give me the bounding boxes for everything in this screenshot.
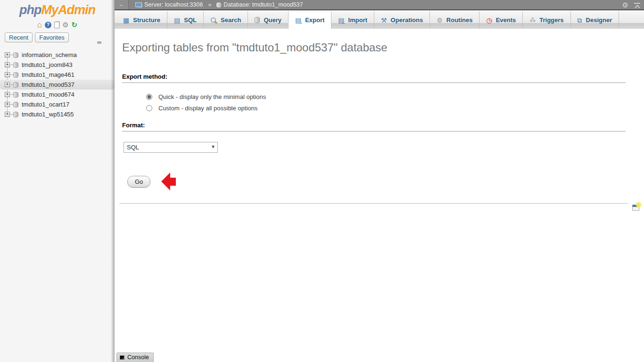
structure-icon (123, 17, 129, 24)
triggers-icon (529, 17, 536, 23)
database-name[interactable]: tmdtuto1_mage461 (22, 71, 74, 78)
expand-icon[interactable]: + (5, 52, 10, 58)
tree-row-ocart17[interactable]: + tmdtuto1_ocart17 (0, 99, 115, 109)
database-name[interactable]: information_schema (22, 51, 77, 58)
tab-label: Search (221, 16, 241, 24)
tree-row-mood537-selected[interactable]: + tmdtuto1_mood537 (0, 80, 115, 90)
tree-row-joom843[interactable]: + tmdtuto1_joom843 (0, 60, 115, 70)
breadcrumb-separator: » (208, 1, 211, 8)
tab-query[interactable]: Query (248, 11, 289, 29)
tree-connector (10, 65, 13, 65)
documentation-icon[interactable] (54, 22, 59, 28)
go-button[interactable]: Go (127, 176, 150, 188)
tree-connector (10, 114, 13, 115)
tree-row-wp51455[interactable]: + tmdtuto1_wp51455 (0, 109, 115, 119)
console-label: Console (127, 354, 149, 361)
tree-row-mood674[interactable]: + tmdtuto1_mood674 (0, 90, 115, 99)
tree-row-mage461[interactable]: + tmdtuto1_mage461 (0, 70, 115, 80)
server-breadcrumb-bar: ← Server: localhost:3306 » Database: tmd… (115, 0, 644, 10)
database-tree: + information_schema + tmdtuto1_joom843 … (0, 50, 115, 119)
export-method-section: Export method: Quick - display only the … (122, 73, 626, 114)
annotation-arrow-icon (161, 173, 176, 190)
tab-structure[interactable]: Structure (116, 11, 167, 29)
back-arrow-button[interactable]: ← (115, 0, 129, 9)
arrow-tail (170, 178, 176, 186)
settings-icon[interactable] (62, 21, 68, 29)
home-icon[interactable] (37, 20, 42, 30)
expand-icon[interactable]: + (5, 82, 10, 87)
tab-label: Routines (446, 16, 473, 24)
events-icon (486, 17, 492, 24)
tree-connector (10, 104, 13, 105)
tab-events[interactable]: Events (479, 11, 523, 29)
database-icon (216, 2, 221, 8)
tab-export-active[interactable]: Export (289, 11, 331, 29)
database-name[interactable]: tmdtuto1_wp51455 (22, 111, 74, 118)
custom-option-row[interactable]: Custom - display all possible options (146, 102, 626, 114)
export-icon (295, 17, 301, 24)
format-select[interactable]: SQL (124, 142, 218, 153)
tree-connector (10, 55, 13, 55)
tab-label: Designer (586, 16, 612, 24)
favorites-button[interactable]: Favorites (35, 33, 68, 42)
query-icon (255, 17, 260, 23)
logo-myadmin-text: MyAdmin (41, 3, 95, 17)
export-method-options: Quick - display only the minimal options… (146, 91, 626, 114)
designer-icon (578, 17, 582, 24)
phpmyadmin-logo[interactable]: phpMyAdmin (0, 0, 115, 17)
breadcrumb-server[interactable]: Server: localhost:3306 (144, 1, 203, 8)
database-name[interactable]: tmdtuto1_ocart17 (22, 101, 69, 108)
custom-option-label: Custom - display all possible options (158, 105, 257, 112)
tab-label: Query (264, 16, 281, 24)
tab-sql[interactable]: SQL (167, 11, 204, 29)
tab-designer[interactable]: Designer (571, 11, 619, 29)
tab-import[interactable]: Import (331, 11, 374, 29)
database-icon (13, 92, 18, 98)
recent-button[interactable]: Recent (5, 33, 33, 42)
tree-row-information-schema[interactable]: + information_schema (0, 50, 115, 60)
search-icon (210, 17, 217, 24)
database-icon (13, 72, 18, 78)
page-selector-icon[interactable] (632, 205, 639, 211)
expand-icon[interactable]: + (5, 62, 10, 67)
topbar-right-controls (622, 0, 640, 10)
help-icon[interactable] (45, 22, 51, 28)
link-icon[interactable] (97, 39, 101, 46)
custom-radio[interactable] (146, 105, 152, 111)
database-icon (13, 82, 18, 88)
tab-operations[interactable]: Operations (374, 11, 430, 29)
expand-icon[interactable]: + (5, 92, 10, 97)
expand-icon[interactable]: + (5, 72, 10, 77)
page-settings-icon[interactable] (622, 1, 628, 9)
quick-radio[interactable] (146, 94, 152, 100)
console-toggle[interactable]: Console (116, 353, 154, 362)
tab-routines[interactable]: Routines (430, 11, 479, 29)
tab-label: Events (496, 16, 516, 24)
quick-option-label: Quick - display only the minimal options (158, 93, 266, 100)
tab-label: Triggers (539, 16, 563, 24)
database-name[interactable]: tmdtuto1_mood537 (22, 81, 74, 88)
collapse-topbar-icon[interactable] (634, 3, 640, 8)
refresh-icon[interactable] (72, 21, 78, 29)
tree-connector (10, 94, 13, 95)
tab-label: Export (305, 16, 324, 24)
database-name[interactable]: tmdtuto1_joom843 (22, 61, 73, 68)
export-method-label: Export method: (122, 73, 626, 83)
import-icon (338, 17, 344, 24)
expand-icon[interactable]: + (5, 102, 10, 107)
tab-label: Import (348, 16, 367, 24)
navigation-sidebar: phpMyAdmin Recent Favorites + informatio… (0, 0, 115, 362)
quick-option-row[interactable]: Quick - display only the minimal options (146, 91, 626, 102)
console-icon (120, 355, 124, 360)
sql-icon (174, 17, 180, 24)
expand-icon[interactable]: + (5, 112, 10, 117)
tab-label: SQL (184, 16, 197, 24)
database-name[interactable]: tmdtuto1_mood674 (22, 91, 74, 98)
tree-connector (10, 74, 13, 75)
format-select-wrap: SQL (124, 142, 218, 153)
database-icon (13, 102, 18, 107)
tab-triggers[interactable]: Triggers (523, 11, 570, 29)
breadcrumb-database[interactable]: Database: tmdtuto1_mood537 (223, 1, 303, 8)
tab-search[interactable]: Search (204, 11, 248, 29)
database-tabbar: Structure SQL Search Query Export Import… (115, 11, 644, 29)
